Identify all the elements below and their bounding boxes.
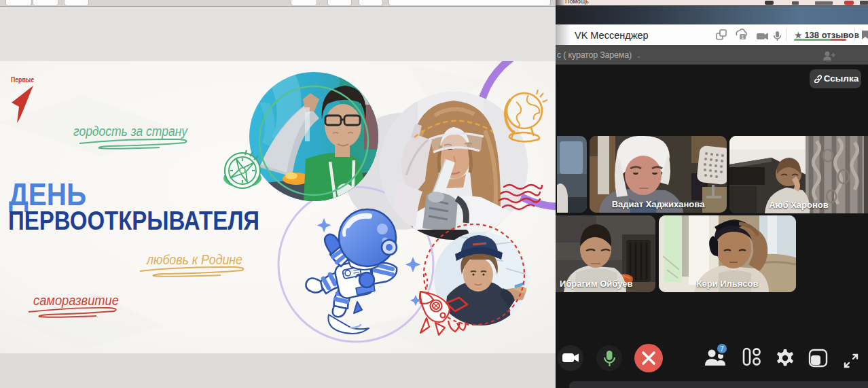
svg-text:гордость за страну: гордость за страну: [73, 124, 188, 139]
svg-text:саморазвитие: саморазвитие: [33, 293, 119, 308]
svg-text:7: 7: [720, 345, 724, 353]
svg-text:1: 1: [742, 35, 744, 39]
svg-text:Первые: Первые: [11, 76, 34, 84]
svg-text:ПЕРВООТКРЫВАТЕЛЯ: ПЕРВООТКРЫВАТЕЛЯ: [8, 207, 259, 235]
svg-text:любовь к Родине: любовь к Родине: [146, 252, 242, 267]
